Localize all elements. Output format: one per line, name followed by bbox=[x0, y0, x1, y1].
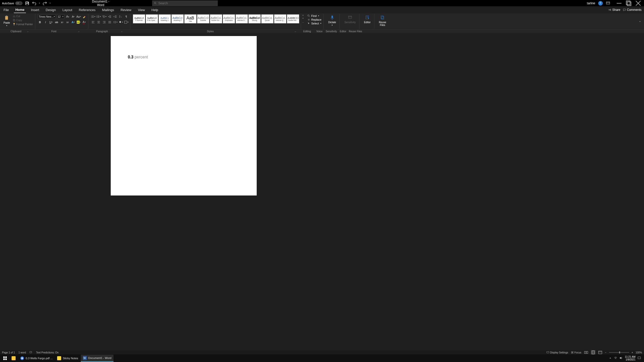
status-spell-icon[interactable] bbox=[29, 351, 32, 354]
tray-notifications-icon[interactable] bbox=[637, 356, 641, 360]
word-task[interactable]: W Document1 - Word bbox=[81, 355, 113, 362]
tab-help[interactable]: Help bbox=[150, 7, 160, 13]
font-size-combo[interactable]: 12▾ bbox=[57, 14, 64, 19]
italic-button[interactable]: I bbox=[43, 20, 48, 24]
web-layout-icon[interactable] bbox=[598, 350, 602, 355]
status-words[interactable]: 1 word bbox=[18, 351, 26, 354]
style-no-spac[interactable]: AaBbCcI¶ No Spac... bbox=[146, 14, 158, 23]
tab-file[interactable]: File bbox=[2, 7, 10, 13]
style-normal[interactable]: AaBbCcI¶ Normal bbox=[133, 14, 145, 23]
tab-references[interactable]: References bbox=[77, 7, 97, 13]
zoom-value[interactable]: 100% bbox=[635, 351, 642, 354]
ribbon-display-icon[interactable] bbox=[606, 1, 610, 6]
decrease-indent-button[interactable] bbox=[107, 14, 112, 19]
text-effects-button[interactable]: A bbox=[71, 20, 75, 24]
borders-button[interactable] bbox=[124, 20, 129, 24]
dictate-button[interactable]: Dictate ▾ bbox=[326, 14, 338, 27]
close-icon[interactable] bbox=[634, 1, 642, 6]
reuse-files-button[interactable]: Reuse Files bbox=[377, 14, 388, 27]
copy-button[interactable]: Copy bbox=[12, 18, 33, 22]
tab-home[interactable]: Home bbox=[14, 7, 26, 13]
clear-formatting-button[interactable] bbox=[82, 14, 87, 19]
autosave-control[interactable]: AutoSave Off bbox=[2, 2, 22, 5]
increase-indent-button[interactable] bbox=[113, 14, 118, 19]
font-name-combo[interactable]: Times New Roman▾ bbox=[38, 14, 56, 19]
style-intense-q[interactable]: AaBbCcLIntense Q... bbox=[274, 14, 286, 23]
justify-button[interactable] bbox=[107, 20, 112, 24]
tray-sound-icon[interactable] bbox=[619, 356, 623, 360]
display-settings-button[interactable]: Display Settings bbox=[546, 351, 568, 354]
comments-button[interactable]: Comments bbox=[623, 8, 641, 12]
share-button[interactable]: Share bbox=[608, 8, 620, 12]
vertical-ruler[interactable] bbox=[0, 66, 3, 354]
find-button[interactable]: Find ▾ bbox=[307, 14, 322, 17]
format-painter-button[interactable]: Format Painter bbox=[12, 22, 33, 26]
undo-dropdown[interactable]: ▾ bbox=[39, 2, 40, 4]
focus-button[interactable]: Focus bbox=[571, 351, 581, 354]
autosave-toggle[interactable]: Off bbox=[15, 2, 22, 5]
clipboard-launcher[interactable]: ⌐ bbox=[27, 30, 29, 33]
file-explorer-task[interactable] bbox=[10, 355, 18, 362]
document-page[interactable]: 0.3 percent bbox=[111, 36, 257, 195]
line-spacing-button[interactable] bbox=[113, 20, 118, 24]
editor-button[interactable]: Editor bbox=[362, 14, 372, 24]
style-title[interactable]: AaBTitle bbox=[184, 14, 197, 23]
start-button[interactable] bbox=[1, 355, 9, 362]
print-layout-icon[interactable] bbox=[591, 350, 595, 355]
align-center-button[interactable] bbox=[96, 20, 101, 24]
tab-insert[interactable]: Insert bbox=[29, 7, 41, 13]
tab-layout[interactable]: Layout bbox=[61, 7, 74, 13]
qat-customize[interactable]: ▾ bbox=[50, 2, 51, 4]
shrink-font-button[interactable]: A▾ bbox=[71, 14, 75, 19]
sensitivity-button[interactable]: Sensitivity bbox=[342, 14, 358, 24]
numbering-button[interactable]: 123 bbox=[96, 14, 101, 19]
sort-button[interactable]: AZ bbox=[119, 14, 123, 19]
tab-review[interactable]: Review bbox=[119, 7, 133, 13]
cut-button[interactable]: Cut bbox=[12, 14, 33, 18]
styles-launcher[interactable]: ⌐ bbox=[295, 30, 296, 33]
highlight-button[interactable]: A bbox=[77, 20, 81, 24]
status-page[interactable]: Page 1 of 1 bbox=[2, 351, 15, 354]
zoom-slider[interactable] bbox=[609, 352, 629, 353]
select-button[interactable]: Select ▾ bbox=[307, 22, 322, 25]
tray-time[interactable]: 11:21 AM bbox=[625, 355, 635, 358]
tab-design[interactable]: Design bbox=[44, 7, 57, 13]
zoom-in-button[interactable]: + bbox=[632, 351, 633, 354]
replace-button[interactable]: Replace bbox=[307, 18, 322, 21]
style-subtle-ref[interactable]: AABBCClSubtle Ref... bbox=[287, 14, 299, 23]
minimize-icon[interactable] bbox=[615, 1, 623, 6]
style-strong[interactable]: AaBbCcIStrong bbox=[248, 14, 261, 23]
collapse-ribbon-icon[interactable] bbox=[637, 14, 643, 29]
styles-more-button[interactable]: ▴ bbox=[302, 14, 304, 16]
font-launcher[interactable]: ⌐ bbox=[78, 30, 80, 33]
show-hide-button[interactable]: ¶ bbox=[124, 14, 129, 19]
change-case-button[interactable]: Aa bbox=[77, 14, 81, 19]
underline-button[interactable]: U bbox=[49, 20, 53, 24]
chrome-task[interactable]: 0.3 Wells Fargo.pdf ... bbox=[18, 355, 55, 362]
undo-icon[interactable] bbox=[32, 1, 36, 6]
shading-button[interactable] bbox=[119, 20, 123, 24]
style-emphasis[interactable]: AaBbCcLEmphasis bbox=[223, 14, 235, 23]
bullets-button[interactable] bbox=[91, 14, 95, 19]
subscript-button[interactable]: x2 bbox=[60, 20, 64, 24]
maximize-icon[interactable] bbox=[625, 1, 632, 6]
style-intense-e[interactable]: AaBbCcLIntense E... bbox=[236, 14, 248, 23]
multilevel-button[interactable] bbox=[102, 14, 106, 19]
superscript-button[interactable]: x2 bbox=[65, 20, 70, 24]
read-mode-icon[interactable] bbox=[584, 350, 588, 355]
styles-expand[interactable]: ⎯ bbox=[302, 20, 304, 23]
search-box[interactable] bbox=[152, 1, 218, 6]
align-left-button[interactable] bbox=[91, 20, 95, 24]
style-heading-2[interactable]: AaBbCcIHeading 2 bbox=[171, 14, 184, 23]
save-icon[interactable] bbox=[25, 1, 29, 6]
grow-font-button[interactable]: A▴ bbox=[65, 14, 70, 19]
paragraph-launcher[interactable]: ⌐ bbox=[121, 30, 123, 33]
styles-scroll-down[interactable]: ▾ bbox=[302, 17, 304, 19]
zoom-out-button[interactable]: − bbox=[605, 351, 607, 354]
tray-date[interactable]: 1/9/2021 bbox=[625, 358, 635, 361]
user-avatar[interactable]: T bbox=[598, 1, 603, 6]
align-right-button[interactable] bbox=[102, 20, 106, 24]
status-predictions[interactable]: Text Predictions: On bbox=[36, 351, 58, 354]
style-subtle-em[interactable]: AaBbCcLSubtle Em... bbox=[210, 14, 222, 23]
tab-view[interactable]: View bbox=[136, 7, 146, 13]
